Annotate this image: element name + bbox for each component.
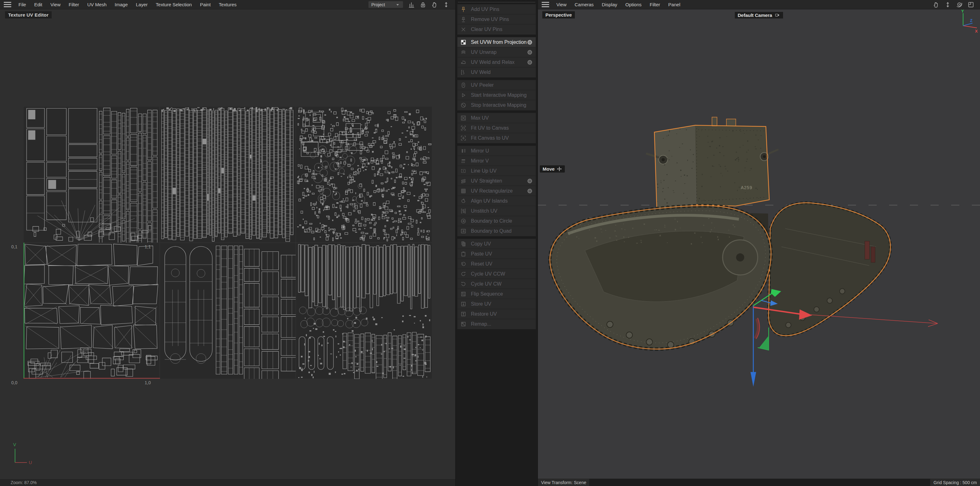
uv-menu-image[interactable]: Image [111, 0, 132, 10]
histogram-icon[interactable] [408, 1, 415, 8]
uv-canvas[interactable]: Texture UV Editor 0,1 1,1 0,0 1,0 VU [0, 10, 455, 478]
undo-arrow-icon [460, 261, 466, 267]
tank-near-track [550, 206, 771, 349]
uv-menu-paint[interactable]: Paint [196, 0, 215, 10]
gear-icon[interactable] [527, 59, 533, 65]
command-clear-uv-pins[interactable]: Clear UV Pins [457, 24, 536, 35]
command-copy-uv[interactable]: Copy UV [457, 239, 536, 249]
command-start-interactive-mapping[interactable]: Start Interactive Mapping [457, 90, 536, 100]
uv-menu-textures[interactable]: Textures [215, 0, 241, 10]
hamburger-menu-icon[interactable] [542, 2, 549, 7]
texture-uv-editor-panel: FileEditViewFilterUV MeshImageLayerTextu… [0, 0, 455, 486]
command-restore-uv[interactable]: Restore UV [457, 309, 536, 319]
camera-selector[interactable]: Default Camera [735, 12, 783, 19]
uv-menu-layer[interactable]: Layer [132, 0, 152, 10]
command-uv-peeler[interactable]: UV Peeler [457, 80, 536, 90]
command-boundary-to-circle[interactable]: Boundary to Circle [457, 216, 536, 226]
command-label: UV Peeler [471, 82, 533, 88]
command-paste-uv[interactable]: Paste UV [457, 249, 536, 259]
chevron-down-icon [395, 2, 400, 7]
view-transform-status: View Transform: Scene [538, 479, 589, 486]
command-add-uv-pins[interactable]: Add UV Pins [457, 5, 536, 14]
vp-menu-cameras[interactable]: Cameras [571, 0, 598, 10]
command-mirror-v[interactable]: Mirror V [457, 156, 536, 166]
peeler-icon [460, 82, 466, 88]
uv-menu-view[interactable]: View [46, 0, 65, 10]
command-reset-uv[interactable]: Reset UV [457, 259, 536, 269]
lock-icon[interactable] [420, 1, 426, 8]
project-dropdown[interactable]: Project [368, 1, 403, 8]
camera-label: Default Camera [738, 13, 772, 18]
command-flip-sequence[interactable]: Flip Sequence [457, 289, 536, 299]
command-remap[interactable]: Remap... [457, 319, 536, 329]
gear-icon[interactable] [527, 188, 533, 194]
vp-menu-display[interactable]: Display [598, 0, 621, 10]
hand-pan-icon[interactable] [431, 1, 438, 8]
command-uv-unwrap[interactable]: UV Unwrap [457, 47, 536, 57]
uv-menu-filter[interactable]: Filter [65, 0, 83, 10]
command-cycle-uv-cw[interactable]: Cycle UV CW [457, 279, 536, 289]
flip-arrows-box-icon [460, 291, 466, 297]
command-boundary-to-quad[interactable]: Boundary to Quad [457, 226, 536, 236]
uv-wireframe-grid [24, 107, 432, 379]
command-align-uv-islands[interactable]: Align UV Islands [457, 196, 536, 206]
vp-menu-panel[interactable]: Panel [664, 0, 684, 10]
projection-checker-icon [460, 39, 466, 45]
command-store-uv[interactable]: Store UV [457, 299, 536, 309]
gear-icon[interactable] [527, 39, 533, 45]
gear-icon[interactable] [527, 178, 533, 184]
uv-menu-texture-selection[interactable]: Texture Selection [152, 0, 196, 10]
maximize-panel-icon[interactable] [967, 1, 974, 8]
command-line-up-uv[interactable]: Line Up UV [457, 166, 536, 176]
command-stop-interactive-mapping[interactable]: Stop Interactive Mapping [457, 100, 536, 110]
mirror-horizontal-bars-icon [460, 158, 466, 164]
panel-grip[interactable] [458, 1, 535, 3]
uv-menu-uv-mesh[interactable]: UV Mesh [83, 0, 111, 10]
command-uv-weld-and-relax[interactable]: UV Weld and Relax [457, 57, 536, 67]
uv-axis-gizmo: VU [3, 440, 34, 471]
uv-command-panel: Add UV PinsRemove UV PinsClear UV PinsSe… [455, 0, 538, 486]
command-label: Paste UV [471, 251, 533, 257]
bracket-waves-icon [460, 208, 466, 214]
command-set-uvw-from-projection[interactable]: Set UVW from Projection [457, 37, 536, 47]
command-uv-weld[interactable]: UV Weld [457, 67, 536, 77]
command-uv-rectangularize[interactable]: UV Rectangularize [457, 186, 536, 196]
move-cross-icon [557, 166, 562, 172]
command-uv-straighten[interactable]: UV Straighten [457, 176, 536, 186]
command-fit-uv-to-canvas[interactable]: Fit UV to Canvas [457, 123, 536, 133]
vp-menu-options[interactable]: Options [621, 0, 646, 10]
command-label: Mirror V [471, 158, 533, 164]
uv-editor-toolbar: Project [368, 1, 452, 8]
uv-menu-edit[interactable]: Edit [30, 0, 46, 10]
command-label: Fit UV to Canvas [471, 125, 533, 131]
svg-text:V: V [13, 442, 16, 447]
command-remove-uv-pins[interactable]: Remove UV Pins [457, 14, 536, 24]
hamburger-menu-icon[interactable] [4, 2, 11, 7]
dotted-frame-dot-icon [460, 168, 466, 174]
viewport-canvas[interactable]: Perspective Default Camera A259 [538, 10, 980, 478]
tank-cab: A259 [647, 117, 778, 211]
command-fit-canvas-to-uv[interactable]: Fit Canvas to UV [457, 133, 536, 143]
command-cycle-uv-ccw[interactable]: Cycle UV CCW [457, 269, 536, 279]
command-label: Start Interactive Mapping [471, 92, 533, 98]
play-triangle-icon [460, 92, 466, 98]
application-window: FileEditViewFilterUV MeshImageLayerTextu… [0, 0, 980, 486]
hand-pan-icon[interactable] [933, 1, 940, 8]
vertical-arrows-icon[interactable] [944, 1, 951, 8]
command-label: Mirror U [471, 148, 533, 154]
command-unstitch-uv[interactable]: Unstitch UV [457, 206, 536, 216]
command-max-uv[interactable]: Max UV [457, 113, 536, 123]
tank-model[interactable]: A259 [550, 117, 891, 349]
vp-menu-view[interactable]: View [552, 0, 571, 10]
gear-icon[interactable] [527, 49, 533, 56]
orbit-rotate-icon[interactable] [956, 1, 963, 8]
viewport-menu: ViewCamerasDisplayOptionsFilterPanel [552, 0, 684, 10]
uv-wireframe-tile-panel-quads [24, 243, 160, 379]
vertical-arrows-icon[interactable] [443, 1, 450, 8]
viewport-panel: ViewCamerasDisplayOptionsFilterPanel Per… [538, 0, 980, 486]
command-mirror-u[interactable]: Mirror U [457, 146, 536, 156]
down-arrow-box-icon [460, 301, 466, 307]
vp-menu-filter[interactable]: Filter [646, 0, 664, 10]
uv-menu-file[interactable]: File [14, 0, 30, 10]
command-label: Add UV Pins [471, 6, 533, 12]
